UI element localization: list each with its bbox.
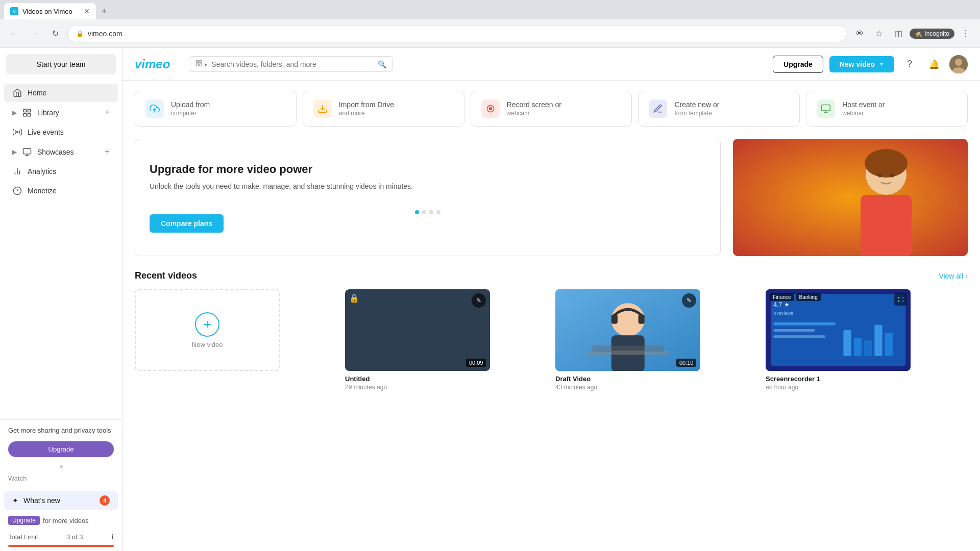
browser-toolbar-actions: 👁 ☆ ◫ 🕵 Incognito ⋮ bbox=[851, 26, 974, 42]
import-icon bbox=[313, 99, 332, 118]
sidebar-item-home[interactable]: Home bbox=[4, 84, 118, 102]
promo-section: Upgrade for more video power Unlock the … bbox=[135, 139, 968, 256]
search-input[interactable] bbox=[211, 60, 374, 68]
new-tab-button[interactable]: + bbox=[97, 4, 111, 18]
progress-bar-container bbox=[0, 545, 122, 551]
upgrade-button[interactable]: Upgrade bbox=[773, 56, 823, 73]
progress-bar bbox=[8, 545, 114, 547]
expand-icon: ⛶ bbox=[894, 293, 906, 306]
svg-rect-15 bbox=[200, 64, 202, 66]
action-label-host: Host event or bbox=[842, 101, 885, 109]
whats-new-icon: ✦ bbox=[12, 496, 18, 505]
user-avatar[interactable] bbox=[949, 55, 968, 73]
svg-rect-2 bbox=[28, 113, 31, 116]
carousel-dots bbox=[150, 210, 706, 214]
svg-point-4 bbox=[17, 132, 18, 133]
promo-video-preview bbox=[733, 139, 968, 256]
search-icon: 🔍 bbox=[378, 60, 386, 68]
notifications-button[interactable]: 🔔 bbox=[925, 55, 943, 73]
carousel-dot-2[interactable] bbox=[422, 210, 426, 214]
svg-rect-35 bbox=[611, 315, 618, 324]
video-duration-draft: 00:10 bbox=[676, 359, 697, 367]
menu-button[interactable]: ⋮ bbox=[958, 26, 974, 42]
svg-rect-14 bbox=[200, 61, 202, 63]
action-card-host[interactable]: Host event or webinar bbox=[806, 91, 968, 127]
sidebar-item-library[interactable]: ▶ Library + bbox=[4, 103, 118, 122]
sidebar-button[interactable]: ◫ bbox=[890, 26, 906, 42]
url-text: vimeo.com bbox=[88, 30, 839, 38]
action-label-record: Record screen or bbox=[507, 101, 561, 109]
new-video-button[interactable]: New video ▼ bbox=[829, 56, 894, 72]
back-button[interactable]: ← bbox=[6, 26, 22, 42]
video-title-draft: Draft Video bbox=[555, 375, 757, 383]
watch-section: Watch bbox=[0, 470, 122, 489]
forward-button[interactable]: → bbox=[27, 26, 43, 42]
total-limit-section: Total Limit 3 of 3 ℹ bbox=[0, 529, 122, 545]
svg-rect-45 bbox=[773, 335, 825, 338]
action-card-import[interactable]: Import from Drive and more bbox=[303, 91, 464, 127]
new-video-label: New video bbox=[840, 60, 875, 68]
carousel-dot-3[interactable] bbox=[429, 210, 433, 214]
recent-videos-section: Recent videos View all › + New video bbox=[135, 270, 968, 395]
carousel-dot-1[interactable] bbox=[415, 210, 419, 214]
video-card-draft[interactable]: ✎ 00:10 Draft Video 43 minutes ago bbox=[555, 289, 757, 395]
view-all-link[interactable]: View all › bbox=[939, 272, 968, 280]
library-add-icon[interactable]: + bbox=[104, 107, 110, 118]
section-header-recent: Recent videos View all › bbox=[135, 270, 968, 281]
chevron-icon: ▶ bbox=[12, 109, 17, 116]
sidebar-item-monetize[interactable]: Monetize bbox=[4, 182, 118, 200]
upgrade-inline-badge[interactable]: Upgrade bbox=[8, 516, 40, 525]
svg-rect-43 bbox=[773, 322, 836, 325]
showcases-add-icon[interactable]: + bbox=[104, 146, 110, 157]
app-container: Start your team Home ▶ Library + bbox=[0, 48, 980, 551]
svg-point-30 bbox=[890, 173, 894, 178]
record-icon bbox=[481, 99, 500, 118]
new-video-card[interactable]: + New video bbox=[135, 289, 337, 395]
whats-new-item[interactable]: ✦ What's new 4 bbox=[4, 491, 118, 510]
app-header: vimeo ▾ 🔍 Upgrade New video ▼ ? 🔔 bbox=[122, 48, 980, 81]
upgrade-inline-label: for more videos bbox=[43, 517, 89, 524]
tab-favicon: V bbox=[10, 7, 18, 15]
svg-rect-38 bbox=[592, 345, 664, 352]
extensions-button[interactable]: 👁 bbox=[851, 26, 868, 42]
new-video-thumbnail: + New video bbox=[135, 289, 280, 371]
svg-rect-0 bbox=[23, 109, 26, 112]
sidebar-item-showcases[interactable]: ▶ Showcases + bbox=[4, 142, 118, 161]
browser-tab-active[interactable]: V Videos on Vimeo ✕ bbox=[4, 3, 96, 19]
action-label-upload: Upload from bbox=[171, 101, 210, 109]
sidebar-label-analytics: Analytics bbox=[28, 167, 110, 176]
video-card-screenrecorder[interactable]: 4.7 ★ 0 reviews bbox=[766, 289, 968, 395]
action-label-import: Import from Drive bbox=[339, 101, 394, 109]
search-filter-icon[interactable]: ▾ bbox=[195, 60, 207, 68]
bookmark-button[interactable]: ☆ bbox=[871, 26, 887, 42]
search-bar[interactable]: ▾ 🔍 bbox=[189, 56, 393, 72]
svg-rect-46 bbox=[843, 330, 851, 356]
action-card-upload[interactable]: Upload from computer bbox=[135, 91, 297, 127]
start-team-button[interactable]: Start your team bbox=[6, 54, 116, 74]
compare-plans-button[interactable]: Compare plans bbox=[150, 214, 224, 233]
progress-bar-fill bbox=[8, 545, 114, 547]
help-button[interactable]: ? bbox=[900, 55, 919, 73]
svg-point-29 bbox=[878, 173, 882, 178]
tab-close-button[interactable]: ✕ bbox=[84, 7, 90, 15]
sidebar-upgrade-button[interactable]: Upgrade bbox=[8, 441, 114, 457]
action-cards-row: Upload from computer Import from Drive a… bbox=[135, 91, 968, 127]
carousel-dot-4[interactable] bbox=[436, 210, 440, 214]
action-card-text-create: Create new or from template bbox=[674, 101, 719, 117]
reload-button[interactable]: ↻ bbox=[47, 26, 63, 42]
video-card-untitled[interactable]: ✎ 00:09 🔒 Untitled 29 minutes ago bbox=[345, 289, 547, 395]
tag-finance: Finance bbox=[770, 293, 794, 301]
analytics-icon bbox=[12, 166, 22, 177]
live-events-icon bbox=[12, 127, 22, 137]
header-actions: Upgrade New video ▼ ? 🔔 bbox=[773, 55, 968, 73]
sidebar-item-live-events[interactable]: Live events bbox=[4, 123, 118, 141]
showcases-icon bbox=[22, 147, 32, 157]
info-icon: ℹ bbox=[111, 533, 114, 541]
sidebar-item-analytics[interactable]: Analytics bbox=[4, 162, 118, 181]
address-bar[interactable]: 🔒 vimeo.com bbox=[67, 25, 847, 42]
svg-rect-27 bbox=[861, 195, 912, 256]
action-card-record[interactable]: Record screen or webcam bbox=[471, 91, 632, 127]
svg-rect-50 bbox=[885, 333, 893, 356]
action-card-create[interactable]: Create new or from template bbox=[638, 91, 800, 127]
svg-text:4.7 ★: 4.7 ★ bbox=[773, 301, 789, 308]
